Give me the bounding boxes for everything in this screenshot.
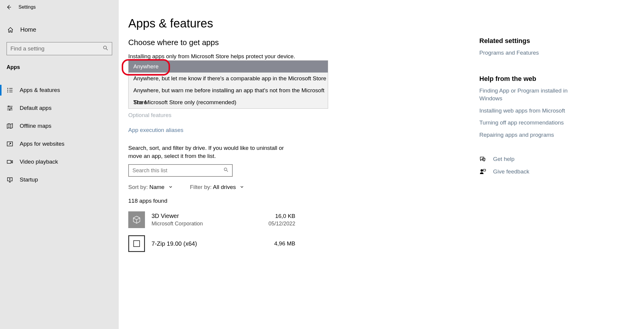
svg-rect-28 bbox=[483, 169, 486, 171]
defaults-icon bbox=[7, 105, 13, 111]
give-feedback-link[interactable]: Give feedback bbox=[479, 168, 575, 175]
sidebar-search[interactable] bbox=[7, 42, 112, 55]
list-instruction: Search, sort, and filter by drive. If yo… bbox=[128, 144, 295, 160]
related-settings-heading: Related settings bbox=[479, 37, 575, 45]
app-date: 05/12/2022 bbox=[268, 221, 295, 227]
map-icon bbox=[7, 123, 13, 129]
dropdown-option-anywhere[interactable]: Anywhere bbox=[129, 61, 328, 73]
app-count: 118 apps found bbox=[128, 198, 644, 204]
nav-label: Apps & features bbox=[20, 87, 60, 93]
sort-filter-row: Sort by: Name Filter by: All drives bbox=[128, 184, 644, 190]
sidebar-search-input[interactable] bbox=[10, 45, 103, 52]
chat-icon bbox=[479, 156, 486, 162]
app-name: 7-Zip 19.00 (x64) bbox=[152, 240, 197, 247]
app-row[interactable]: 3D Viewer Microsoft Corporation 16,0 KB … bbox=[128, 211, 295, 228]
open-icon bbox=[7, 141, 13, 147]
nav-offline-maps[interactable]: Offline maps bbox=[0, 117, 119, 135]
svg-point-7 bbox=[7, 88, 8, 89]
sidebar-section-label: Apps bbox=[7, 64, 119, 70]
dropdown-list: Anywhere Anywhere, but let me know if th… bbox=[128, 60, 328, 109]
chevron-down-icon bbox=[240, 184, 244, 190]
app-info: 3D Viewer Microsoft Corporation bbox=[152, 213, 203, 227]
search-icon bbox=[103, 45, 108, 52]
svg-line-25 bbox=[227, 170, 228, 172]
app-name: 3D Viewer bbox=[152, 213, 203, 219]
svg-point-8 bbox=[7, 90, 8, 91]
help-link[interactable]: Turning off app recommendations bbox=[479, 119, 575, 127]
right-panel: Related settings Programs and Features H… bbox=[479, 37, 575, 175]
nav-label: Video playback bbox=[20, 159, 58, 165]
nav-default-apps[interactable]: Default apps bbox=[0, 99, 119, 117]
chevron-down-icon bbox=[169, 184, 173, 190]
filter-label: Filter by: bbox=[190, 184, 213, 190]
svg-point-24 bbox=[224, 168, 227, 171]
help-web-heading: Help from the web bbox=[479, 75, 575, 83]
filter-value: All drives bbox=[213, 184, 236, 190]
app-list-search-input[interactable] bbox=[132, 167, 224, 174]
app-size: 16,0 KB bbox=[268, 213, 295, 219]
nav-label: Apps for websites bbox=[20, 141, 64, 147]
svg-point-27 bbox=[481, 169, 483, 172]
home-icon bbox=[7, 27, 14, 33]
svg-rect-17 bbox=[11, 107, 12, 109]
give-feedback-label: Give feedback bbox=[493, 168, 529, 175]
svg-line-6 bbox=[106, 49, 108, 50]
main-content: Apps & features Choose where to get apps… bbox=[119, 0, 644, 329]
sidebar: Settings Home Apps Apps & features Defau… bbox=[0, 0, 119, 329]
nav-video-playback[interactable]: Video playback bbox=[0, 153, 119, 171]
app-list-search[interactable] bbox=[128, 164, 233, 177]
nav-apps-features[interactable]: Apps & features bbox=[0, 81, 119, 99]
home-nav[interactable]: Home bbox=[0, 21, 119, 38]
help-link[interactable]: Installing web apps from Microsoft bbox=[479, 107, 575, 115]
programs-features-link[interactable]: Programs and Features bbox=[479, 49, 575, 57]
dropdown-option-store-only[interactable]: The Microsoft Store only (recommended) bbox=[129, 96, 328, 108]
svg-rect-26 bbox=[134, 241, 140, 247]
feedback-icon bbox=[479, 168, 486, 175]
svg-point-9 bbox=[7, 92, 8, 93]
window-title: Settings bbox=[18, 4, 36, 10]
app-row[interactable]: 7-Zip 19.00 (x64) 4,96 MB bbox=[128, 235, 295, 252]
search-icon bbox=[224, 167, 228, 173]
app-publisher: Microsoft Corporation bbox=[152, 221, 203, 227]
startup-icon bbox=[7, 176, 13, 183]
app-info: 7-Zip 19.00 (x64) bbox=[152, 240, 197, 247]
dropdown-option-anywhere-notify[interactable]: Anywhere, but let me know if there's a c… bbox=[129, 73, 328, 84]
app-icon bbox=[128, 211, 145, 228]
sort-value: Name bbox=[149, 184, 165, 190]
app-meta: 4,96 MB bbox=[274, 240, 295, 247]
get-help-label: Get help bbox=[493, 156, 515, 162]
svg-rect-18 bbox=[9, 109, 10, 110]
video-icon bbox=[7, 159, 13, 165]
nav-label: Default apps bbox=[20, 105, 52, 111]
nav-label: Startup bbox=[20, 176, 38, 183]
help-link[interactable]: Repairing apps and programs bbox=[479, 131, 575, 139]
sort-label: Sort by: bbox=[128, 184, 149, 190]
sort-by-control[interactable]: Sort by: Name bbox=[128, 184, 173, 190]
svg-rect-20 bbox=[7, 160, 11, 163]
nav-apps-websites[interactable]: Apps for websites bbox=[0, 135, 119, 153]
filter-by-control[interactable]: Filter by: All drives bbox=[190, 184, 244, 190]
nav-list: Apps & features Default apps Offline map… bbox=[0, 81, 119, 189]
app-meta: 16,0 KB 05/12/2022 bbox=[268, 213, 295, 227]
page-title: Apps & features bbox=[128, 17, 644, 30]
titlebar: Settings bbox=[0, 0, 119, 14]
svg-rect-16 bbox=[8, 106, 9, 107]
get-help-link[interactable]: Get help bbox=[479, 156, 575, 162]
dropdown-option-anywhere-warn[interactable]: Anywhere, but warn me before installing … bbox=[129, 84, 328, 96]
home-label: Home bbox=[20, 26, 36, 33]
app-icon bbox=[128, 235, 145, 252]
app-size: 4,96 MB bbox=[274, 240, 295, 247]
list-icon bbox=[7, 87, 13, 93]
back-button[interactable] bbox=[6, 4, 11, 10]
svg-point-5 bbox=[104, 46, 106, 49]
nav-startup[interactable]: Startup bbox=[0, 171, 119, 189]
nav-label: Offline maps bbox=[20, 123, 51, 129]
help-link[interactable]: Finding App or Program installed in Wind… bbox=[479, 87, 575, 103]
